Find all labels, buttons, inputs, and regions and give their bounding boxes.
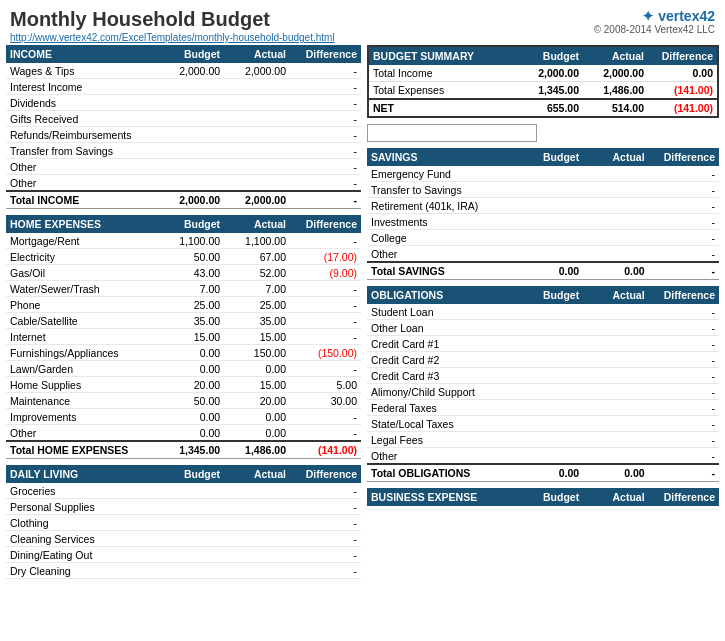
obligations-total-budget: 0.00 [518, 464, 583, 482]
income-total-diff: - [290, 191, 361, 209]
list-item: Dry Cleaning - [6, 563, 361, 579]
summary-expenses-diff: (141.00) [648, 82, 718, 100]
list-item: Student Loan - [367, 304, 719, 320]
list-item: Wages & Tips 2,000.00 2,000.00 - [6, 63, 361, 79]
summary-net-budget: 655.00 [518, 99, 583, 117]
savings-total-actual: 0.00 [583, 262, 648, 280]
list-item: Maintenance 50.00 20.00 30.00 [6, 393, 361, 409]
home-total-actual: 1,486.00 [224, 441, 290, 459]
list-item: Interest Income - [6, 79, 361, 95]
summary-label: BUDGET SUMMARY [368, 46, 518, 65]
daily-living-table: DAILY LIVING Budget Actual Difference Gr… [6, 465, 361, 579]
list-item: Improvements 0.00 0.00 - [6, 409, 361, 425]
home-label: HOME EXPENSES [6, 215, 158, 233]
obligations-total-label: Total OBLIGATIONS [367, 464, 518, 482]
summary-income-row: Total Income 2,000.00 2,000.00 0.00 [368, 65, 718, 82]
list-item: Credit Card #1 - [367, 336, 719, 352]
list-item: Cleaning Services - [6, 531, 361, 547]
business-actual-header: Actual [583, 488, 648, 506]
header: Monthly Household Budget http://www.vert… [0, 0, 725, 45]
list-item: Transfer from Savings - [6, 143, 361, 159]
home-expenses-table: HOME EXPENSES Budget Actual Difference M… [6, 215, 361, 459]
list-item: Emergency Fund - [367, 166, 719, 182]
business-diff-header: Difference [649, 488, 719, 506]
summary-net-row: NET 655.00 514.00 (141.00) [368, 99, 718, 117]
savings-header: SAVINGS Budget Actual Difference [367, 148, 719, 166]
list-item: Credit Card #2 - [367, 352, 719, 368]
list-item: Clothing - [6, 515, 361, 531]
list-item: Furnishings/Appliances 0.00 150.00 (150.… [6, 345, 361, 361]
list-item: Phone 25.00 25.00 - [6, 297, 361, 313]
daily-label: DAILY LIVING [6, 465, 158, 483]
home-total-label: Total HOME EXPENSES [6, 441, 158, 459]
obligations-budget-header: Budget [518, 286, 583, 304]
left-column: INCOME Budget Actual Difference Wages & … [6, 45, 361, 579]
business-expense-header: BUSINESS EXPENSE Budget Actual Differenc… [367, 488, 719, 506]
home-total-row: Total HOME EXPENSES 1,345.00 1,486.00 (1… [6, 441, 361, 459]
savings-budget-header: Budget [518, 148, 583, 166]
list-item: Other 0.00 0.00 - [6, 425, 361, 442]
daily-budget-header: Budget [158, 465, 224, 483]
savings-actual-header: Actual [583, 148, 648, 166]
list-item: Dividends - [6, 95, 361, 111]
summary-net-label: NET [368, 99, 518, 117]
obligations-actual-header: Actual [583, 286, 648, 304]
obligations-header: OBLIGATIONS Budget Actual Difference [367, 286, 719, 304]
savings-total-budget: 0.00 [518, 262, 583, 280]
list-item: Water/Sewer/Trash 7.00 7.00 - [6, 281, 361, 297]
home-total-budget: 1,345.00 [158, 441, 224, 459]
income-total-row: Total INCOME 2,000.00 2,000.00 - [6, 191, 361, 209]
savings-total-row: Total SAVINGS 0.00 0.00 - [367, 262, 719, 280]
summary-diff-header: Difference [648, 46, 718, 65]
summary-expenses-actual: 1,486.00 [583, 82, 648, 100]
list-item: Other - [6, 175, 361, 192]
obligations-label: OBLIGATIONS [367, 286, 518, 304]
savings-total-label: Total SAVINGS [367, 262, 518, 280]
list-item: Gifts Received - [6, 111, 361, 127]
income-budget-header: Budget [158, 45, 224, 63]
income-label: INCOME [6, 45, 158, 63]
income-actual-header: Actual [224, 45, 290, 63]
savings-total-diff: - [649, 262, 719, 280]
income-header: INCOME Budget Actual Difference [6, 45, 361, 63]
income-table: INCOME Budget Actual Difference Wages & … [6, 45, 361, 209]
copyright: © 2008-2014 Vertex42 LLC [594, 24, 715, 35]
right-column: BUDGET SUMMARY Budget Actual Difference … [367, 45, 719, 579]
obligations-total-row: Total OBLIGATIONS 0.00 0.00 - [367, 464, 719, 482]
list-item: Mortgage/Rent 1,100.00 1,100.00 - [6, 233, 361, 249]
summary-income-budget: 2,000.00 [518, 65, 583, 82]
list-item: Electricity 50.00 67.00 (17.00) [6, 249, 361, 265]
summary-net-diff: (141.00) [648, 99, 718, 117]
business-label: BUSINESS EXPENSE [367, 488, 518, 506]
summary-income-diff: 0.00 [648, 65, 718, 82]
page-title: Monthly Household Budget [10, 8, 335, 31]
list-item: Legal Fees - [367, 432, 719, 448]
savings-label: SAVINGS [367, 148, 518, 166]
obligations-total-actual: 0.00 [583, 464, 648, 482]
obligations-total-diff: - [649, 464, 719, 482]
list-item: Personal Supplies - [6, 499, 361, 515]
list-item: Internet 15.00 15.00 - [6, 329, 361, 345]
home-expenses-header: HOME EXPENSES Budget Actual Difference [6, 215, 361, 233]
summary-actual-header: Actual [583, 46, 648, 65]
list-item: Other - [367, 448, 719, 465]
star-icon: ✦ [642, 8, 654, 24]
summary-income-label: Total Income [368, 65, 518, 82]
home-diff-header: Difference [290, 215, 361, 233]
income-total-label: Total INCOME [6, 191, 158, 209]
header-link[interactable]: http://www.vertex42.com/ExcelTemplates/m… [10, 32, 335, 43]
vertex-logo: ✦ vertex42 [642, 8, 715, 24]
list-item: Groceries - [6, 483, 361, 499]
header-left: Monthly Household Budget http://www.vert… [10, 8, 335, 43]
list-item: Dining/Eating Out - [6, 547, 361, 563]
home-budget-header: Budget [158, 215, 224, 233]
summary-income-actual: 2,000.00 [583, 65, 648, 82]
list-item: Investments - [367, 214, 719, 230]
list-item: Refunds/Reimbursements - [6, 127, 361, 143]
list-item [367, 506, 719, 510]
list-item: Other Loan - [367, 320, 719, 336]
list-item: College - [367, 230, 719, 246]
summary-expenses-label: Total Expenses [368, 82, 518, 100]
list-item: Credit Card #3 - [367, 368, 719, 384]
business-budget-header: Budget [518, 488, 583, 506]
